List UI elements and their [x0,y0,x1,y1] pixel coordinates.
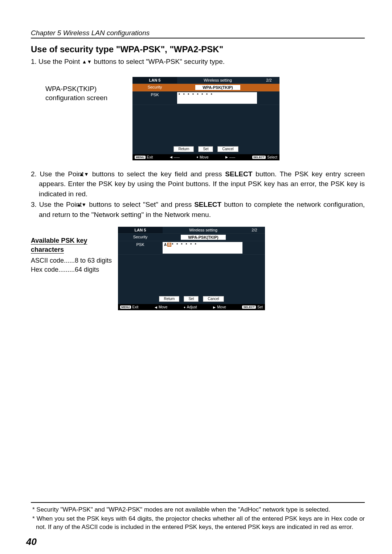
footnotes: * Security "WPA-PSK" and "WPA2-PSK" mode… [31,502,365,532]
screen-footer: MENU Exit ◀Move ♦Adjust ▶Move SELECT Set [118,304,265,310]
updown-icon: ♦ [184,305,185,309]
psk-label: PSK [132,91,177,104]
psk-cursor: B [167,243,171,247]
avail-psk-heading: Available PSK key characters [31,236,118,254]
hex-code-row: Hex code.........64 digits [31,265,118,274]
screen-title: Wireless setting [163,227,244,233]
menu-badge: MENU [120,305,131,309]
psk-field[interactable]: * * * * * * * * [177,92,257,104]
triangle-up-down-icon: ▲▼ [82,58,92,65]
return-button[interactable]: Return [173,146,194,152]
set-button[interactable]: Set [198,146,213,152]
return-button[interactable]: Return [159,296,179,302]
psk-label: PSK [118,241,163,254]
page-number: 40 [26,536,37,547]
page-indicator: 2/2 [258,77,279,83]
triangle-up-down-icon: ▲▼ [87,171,89,178]
security-label: Security [118,234,163,241]
select-badge: SELECT [252,156,266,159]
chapter-header: Chapter 5 Wireless LAN configurations [31,29,365,38]
config-screen-2: LAN 5 Wireless setting 2/2 Security WPA-… [118,227,265,310]
screen-title: Wireless setting [177,77,258,83]
footnote-1: * Security "WPA-PSK" and "WPA2-PSK" mode… [31,506,365,514]
triangle-left-icon: ◀ [155,305,157,309]
page-indicator: 2/2 [244,227,265,233]
psk-entry-field[interactable]: A B * * * * * * [163,242,242,254]
select-badge: SELECT [242,305,256,309]
security-value: WPA-PSK(TKIP) [177,84,258,91]
step-2: 2. Use the Point ▲▼ buttons to select th… [31,169,365,199]
security-value: WPA-PSK(TKIP) [163,234,244,241]
screen1-caption: WPA-PSK(TKIP) configuration screen [31,77,132,103]
menu-badge: MENU [135,156,146,159]
step-3: 3. Use the Point ▲▼ buttons to select "S… [31,200,365,219]
ascii-code-row: ASCII code......8 to 63 digits [31,256,118,265]
triangle-right-icon: ▶ [213,305,216,309]
footnote-2: * When you set the PSK keys with 64 digi… [31,515,365,532]
step-1: 1. Use the Point ▲▼ buttons to select "W… [31,57,365,67]
triangle-left-icon: ◀ [170,155,172,159]
cancel-button[interactable]: Cancel [217,146,238,152]
set-button[interactable]: Set [184,296,199,302]
section-title: Use of security type "WPA-PSK", "WPA2-PS… [31,44,365,54]
security-label: Security [132,84,177,91]
config-screen-1: LAN 5 Wireless setting 2/2 Security WPA-… [132,77,279,160]
triangle-right-icon: ▶ [225,155,228,159]
cancel-button[interactable]: Cancel [203,296,224,302]
lan-label: LAN 5 [132,77,177,83]
updown-icon: ♦ [196,155,198,159]
lan-label: LAN 5 [118,227,163,233]
screen-footer: MENU Exit ◀----- ♦Move ▶----- SELECT Sel… [132,154,279,160]
triangle-up-down-icon: ▲▼ [84,201,86,208]
